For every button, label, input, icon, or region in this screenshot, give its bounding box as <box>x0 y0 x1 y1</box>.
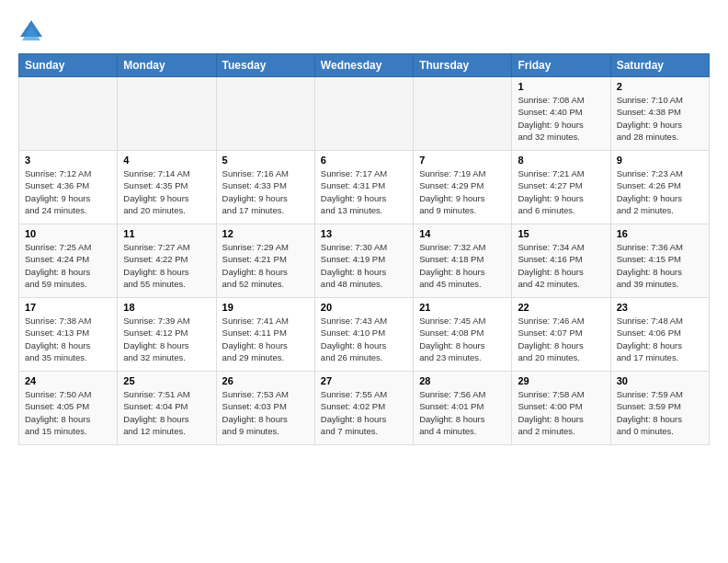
weekday-header-monday: Monday <box>118 54 216 77</box>
day-info: Sunrise: 7:29 AMSunset: 4:21 PMDaylight:… <box>222 241 309 290</box>
day-info: Sunrise: 7:10 AMSunset: 4:38 PMDaylight:… <box>617 94 703 143</box>
day-cell: 25Sunrise: 7:51 AMSunset: 4:04 PMDayligh… <box>118 372 216 445</box>
day-info: Sunrise: 7:23 AMSunset: 4:26 PMDaylight:… <box>617 167 703 216</box>
logo <box>18 18 48 44</box>
day-cell: 4Sunrise: 7:14 AMSunset: 4:35 PMDaylight… <box>118 151 216 224</box>
day-cell <box>118 77 216 151</box>
day-cell: 16Sunrise: 7:36 AMSunset: 4:15 PMDayligh… <box>610 224 709 298</box>
day-number: 24 <box>25 375 111 386</box>
day-number: 20 <box>321 302 407 313</box>
week-row-3: 10Sunrise: 7:25 AMSunset: 4:24 PMDayligh… <box>19 224 710 298</box>
day-info: Sunrise: 7:30 AMSunset: 4:19 PMDaylight:… <box>321 241 407 290</box>
day-info: Sunrise: 7:36 AMSunset: 4:15 PMDaylight:… <box>617 241 703 290</box>
weekday-header-wednesday: Wednesday <box>314 54 413 77</box>
day-number: 3 <box>25 155 111 166</box>
day-info: Sunrise: 7:41 AMSunset: 4:11 PMDaylight:… <box>222 315 309 363</box>
day-number: 27 <box>321 375 407 386</box>
day-cell: 17Sunrise: 7:38 AMSunset: 4:13 PMDayligh… <box>19 298 118 372</box>
day-info: Sunrise: 7:43 AMSunset: 4:10 PMDaylight:… <box>321 315 407 363</box>
day-info: Sunrise: 7:17 AMSunset: 4:31 PMDaylight:… <box>321 167 407 216</box>
day-number: 12 <box>222 228 309 239</box>
weekday-header-row: SundayMondayTuesdayWednesdayThursdayFrid… <box>19 54 710 77</box>
day-info: Sunrise: 7:25 AMSunset: 4:24 PMDaylight:… <box>25 241 111 290</box>
day-cell: 29Sunrise: 7:58 AMSunset: 4:00 PMDayligh… <box>512 372 610 445</box>
day-number: 7 <box>419 155 506 166</box>
day-info: Sunrise: 7:39 AMSunset: 4:12 PMDaylight:… <box>123 315 210 363</box>
day-cell: 10Sunrise: 7:25 AMSunset: 4:24 PMDayligh… <box>19 224 118 298</box>
day-number: 22 <box>518 302 604 313</box>
day-cell: 2Sunrise: 7:10 AMSunset: 4:38 PMDaylight… <box>610 77 709 151</box>
day-number: 26 <box>222 375 309 386</box>
day-number: 16 <box>617 228 703 239</box>
day-number: 5 <box>222 155 309 166</box>
day-cell: 3Sunrise: 7:12 AMSunset: 4:36 PMDaylight… <box>19 151 118 224</box>
day-cell: 19Sunrise: 7:41 AMSunset: 4:11 PMDayligh… <box>216 298 314 372</box>
day-cell: 13Sunrise: 7:30 AMSunset: 4:19 PMDayligh… <box>314 224 413 298</box>
day-info: Sunrise: 7:58 AMSunset: 4:00 PMDaylight:… <box>518 388 604 437</box>
day-cell: 7Sunrise: 7:19 AMSunset: 4:29 PMDaylight… <box>414 151 512 224</box>
day-cell: 8Sunrise: 7:21 AMSunset: 4:27 PMDaylight… <box>512 151 610 224</box>
day-cell: 27Sunrise: 7:55 AMSunset: 4:02 PMDayligh… <box>314 372 413 445</box>
week-row-2: 3Sunrise: 7:12 AMSunset: 4:36 PMDaylight… <box>19 151 710 224</box>
day-number: 8 <box>518 155 604 166</box>
day-info: Sunrise: 7:50 AMSunset: 4:05 PMDaylight:… <box>25 388 111 437</box>
day-cell <box>216 77 314 151</box>
day-number: 10 <box>25 228 111 239</box>
day-cell: 12Sunrise: 7:29 AMSunset: 4:21 PMDayligh… <box>216 224 314 298</box>
day-cell: 15Sunrise: 7:34 AMSunset: 4:16 PMDayligh… <box>512 224 610 298</box>
day-cell: 26Sunrise: 7:53 AMSunset: 4:03 PMDayligh… <box>216 372 314 445</box>
day-info: Sunrise: 7:12 AMSunset: 4:36 PMDaylight:… <box>25 167 111 216</box>
day-number: 9 <box>617 155 703 166</box>
day-number: 11 <box>123 228 210 239</box>
day-cell: 30Sunrise: 7:59 AMSunset: 3:59 PMDayligh… <box>610 372 709 445</box>
day-cell: 18Sunrise: 7:39 AMSunset: 4:12 PMDayligh… <box>118 298 216 372</box>
day-number: 23 <box>617 302 703 313</box>
day-number: 29 <box>518 375 604 386</box>
day-cell: 23Sunrise: 7:48 AMSunset: 4:06 PMDayligh… <box>610 298 709 372</box>
weekday-header-friday: Friday <box>512 54 610 77</box>
day-cell: 28Sunrise: 7:56 AMSunset: 4:01 PMDayligh… <box>414 372 512 445</box>
day-cell <box>314 77 413 151</box>
logo-icon <box>18 18 44 44</box>
day-info: Sunrise: 7:56 AMSunset: 4:01 PMDaylight:… <box>419 388 506 437</box>
calendar-table: SundayMondayTuesdayWednesdayThursdayFrid… <box>18 53 710 445</box>
day-number: 14 <box>419 228 506 239</box>
day-cell: 24Sunrise: 7:50 AMSunset: 4:05 PMDayligh… <box>19 372 118 445</box>
day-number: 28 <box>419 375 506 386</box>
day-info: Sunrise: 7:55 AMSunset: 4:02 PMDaylight:… <box>321 388 407 437</box>
day-cell <box>19 77 118 151</box>
day-cell: 22Sunrise: 7:46 AMSunset: 4:07 PMDayligh… <box>512 298 610 372</box>
day-info: Sunrise: 7:14 AMSunset: 4:35 PMDaylight:… <box>123 167 210 216</box>
day-number: 4 <box>123 155 210 166</box>
day-cell: 21Sunrise: 7:45 AMSunset: 4:08 PMDayligh… <box>414 298 512 372</box>
day-info: Sunrise: 7:27 AMSunset: 4:22 PMDaylight:… <box>123 241 210 290</box>
day-info: Sunrise: 7:59 AMSunset: 3:59 PMDaylight:… <box>617 388 703 437</box>
day-info: Sunrise: 7:19 AMSunset: 4:29 PMDaylight:… <box>419 167 506 216</box>
day-number: 21 <box>419 302 506 313</box>
day-number: 1 <box>518 81 604 92</box>
day-number: 15 <box>518 228 604 239</box>
day-cell: 1Sunrise: 7:08 AMSunset: 4:40 PMDaylight… <box>512 77 610 151</box>
weekday-header-sunday: Sunday <box>19 54 118 77</box>
week-row-5: 24Sunrise: 7:50 AMSunset: 4:05 PMDayligh… <box>19 372 710 445</box>
day-cell <box>414 77 512 151</box>
day-cell: 6Sunrise: 7:17 AMSunset: 4:31 PMDaylight… <box>314 151 413 224</box>
day-info: Sunrise: 7:08 AMSunset: 4:40 PMDaylight:… <box>518 94 604 143</box>
day-cell: 20Sunrise: 7:43 AMSunset: 4:10 PMDayligh… <box>314 298 413 372</box>
week-row-1: 1Sunrise: 7:08 AMSunset: 4:40 PMDaylight… <box>19 77 710 151</box>
day-number: 19 <box>222 302 309 313</box>
day-info: Sunrise: 7:34 AMSunset: 4:16 PMDaylight:… <box>518 241 604 290</box>
day-number: 18 <box>123 302 210 313</box>
weekday-header-saturday: Saturday <box>610 54 709 77</box>
day-cell: 5Sunrise: 7:16 AMSunset: 4:33 PMDaylight… <box>216 151 314 224</box>
day-number: 30 <box>617 375 703 386</box>
day-number: 25 <box>123 375 210 386</box>
day-cell: 11Sunrise: 7:27 AMSunset: 4:22 PMDayligh… <box>118 224 216 298</box>
day-number: 17 <box>25 302 111 313</box>
day-cell: 9Sunrise: 7:23 AMSunset: 4:26 PMDaylight… <box>610 151 709 224</box>
day-info: Sunrise: 7:32 AMSunset: 4:18 PMDaylight:… <box>419 241 506 290</box>
weekday-header-thursday: Thursday <box>414 54 512 77</box>
day-info: Sunrise: 7:51 AMSunset: 4:04 PMDaylight:… <box>123 388 210 437</box>
day-info: Sunrise: 7:46 AMSunset: 4:07 PMDaylight:… <box>518 315 604 363</box>
day-number: 13 <box>321 228 407 239</box>
